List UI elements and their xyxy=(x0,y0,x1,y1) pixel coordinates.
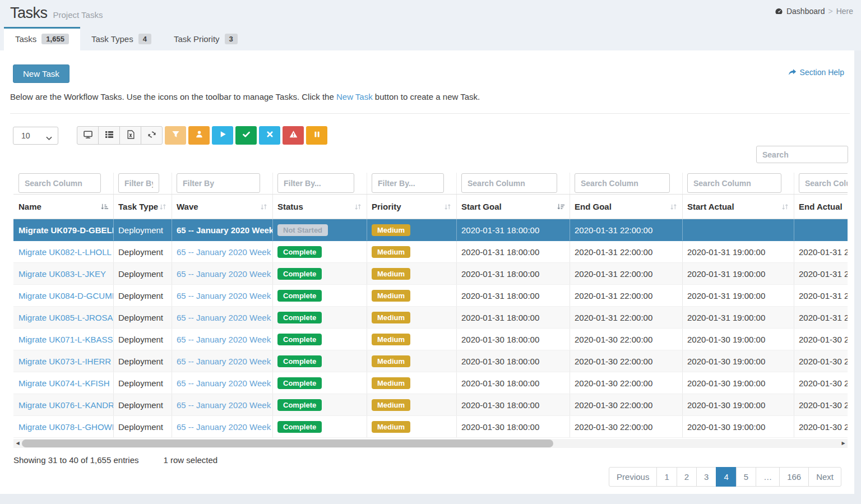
filter-input-task-type[interactable] xyxy=(118,173,159,193)
title-block: TasksProject Tasks xyxy=(0,0,861,22)
column-label: Start Actual xyxy=(687,202,734,211)
column-header-task-type[interactable]: Task Type xyxy=(114,195,172,219)
filter-input-start-actual[interactable] xyxy=(687,173,781,193)
table-row[interactable]: Migrate UK083-L-JKEYDeployment65 -- Janu… xyxy=(13,263,848,285)
cell-end-goal: 2020-01-31 22:00:00 xyxy=(570,219,683,241)
pagination-page-5[interactable]: 5 xyxy=(736,467,756,487)
task-name-link[interactable]: Migrate UK082-L-LHOLL xyxy=(18,247,112,257)
filter-input-status[interactable] xyxy=(277,173,354,193)
pause-action-button[interactable] xyxy=(306,126,327,145)
filter-input-end-actual[interactable] xyxy=(799,173,848,193)
scroll-left-arrow-icon[interactable]: ◀ xyxy=(13,439,22,448)
column-header-priority[interactable]: Priority xyxy=(367,195,457,219)
filter-input-name[interactable] xyxy=(18,173,101,193)
pagination-page-2[interactable]: 2 xyxy=(677,467,697,487)
pagination-next[interactable]: Next xyxy=(808,467,841,487)
cancel-action-button[interactable] xyxy=(259,126,280,145)
column-header-start-goal[interactable]: Start Goal xyxy=(457,195,570,219)
tab-task-types[interactable]: Task Types 4 xyxy=(80,27,163,50)
filter-input-wave[interactable] xyxy=(177,173,260,193)
new-task-inline-link[interactable]: New Task xyxy=(336,92,373,101)
page-size-select[interactable]: 10 xyxy=(13,127,58,145)
wave-link[interactable]: 65 -- January 2020 Week 5 xyxy=(177,378,273,388)
pagination-page-3[interactable]: 3 xyxy=(696,467,716,487)
task-name-link[interactable]: Migrate UK074-L-KFISH xyxy=(18,378,110,388)
wave-link[interactable]: 65 -- January 2020 Week 5 xyxy=(177,247,273,257)
cell-wave: 65 -- January 2020 Week 5 xyxy=(172,329,273,350)
pagination-page-4[interactable]: 4 xyxy=(716,467,736,487)
section-help-link[interactable]: Section Help xyxy=(788,68,844,77)
check-action-button[interactable] xyxy=(235,126,257,145)
cell-start-goal: 2020-01-31 18:00:00 xyxy=(457,219,570,241)
column-header-start-actual[interactable]: Start Actual xyxy=(683,195,794,219)
task-name-link[interactable]: Migrate UK079-D-GBELL xyxy=(18,225,114,235)
task-name-link[interactable]: Migrate UK083-L-JKEY xyxy=(18,269,106,279)
wave-link[interactable]: 65 -- January 2020 Week 5 xyxy=(177,422,273,432)
column-header-wave[interactable]: Wave xyxy=(172,195,273,219)
task-name-link[interactable]: Migrate UK071-L-KBASS xyxy=(18,335,113,344)
table-row[interactable]: Migrate UK085-L-JROSADeployment65 -- Jan… xyxy=(13,307,848,329)
breadcrumb-dashboard[interactable]: Dashboard xyxy=(786,7,825,16)
warning-action-button[interactable] xyxy=(283,126,304,145)
cell-start-goal: 2020-01-30 18:00:00 xyxy=(457,329,570,350)
filter-input-start-goal[interactable] xyxy=(461,173,557,193)
filter-input-priority[interactable] xyxy=(372,173,444,193)
status-badge: Complete xyxy=(277,399,322,411)
search-input[interactable] xyxy=(756,146,848,163)
new-task-button[interactable]: New Task xyxy=(13,64,70,83)
excel-export-button[interactable] xyxy=(119,126,141,145)
task-name-link[interactable]: Migrate UK085-L-JROSA xyxy=(18,313,113,322)
wave-link[interactable]: 65 -- January 2020 Week 5 xyxy=(177,400,273,410)
table-row[interactable]: Migrate UK082-L-LHOLLDeployment65 -- Jan… xyxy=(13,241,848,263)
scrollbar-thumb[interactable] xyxy=(22,440,553,447)
column-header-status[interactable]: Status xyxy=(273,195,367,219)
cell-start-goal: 2020-01-31 18:00:00 xyxy=(457,285,570,306)
table-row[interactable]: Migrate UK074-L-KFISHDeployment65 -- Jan… xyxy=(13,372,848,394)
monitor-button[interactable] xyxy=(77,126,99,145)
refresh-button[interactable] xyxy=(141,126,163,145)
pagination-previous[interactable]: Previous xyxy=(609,467,657,487)
task-name-link[interactable]: Migrate UK084-D-GCUMM xyxy=(18,291,114,300)
cell-end-goal: 2020-01-30 22:00:00 xyxy=(570,394,683,415)
column-label: Status xyxy=(277,202,303,211)
column-header-end-actual[interactable]: End Actual xyxy=(794,195,848,219)
wave-link[interactable]: 65 -- January 2020 Week 5 xyxy=(177,269,273,279)
column-header-end-goal[interactable]: End Goal xyxy=(570,195,683,219)
column-label: Priority xyxy=(372,202,401,211)
cell-end-goal: 2020-01-30 22:00:00 xyxy=(570,372,683,394)
wave-link[interactable]: 65 -- January 2020 Week 5 xyxy=(177,313,273,322)
task-name-link[interactable]: Migrate UK078-L-GHOWE xyxy=(18,422,114,432)
table-row[interactable]: Migrate UK073-L-IHERRDeployment65 -- Jan… xyxy=(13,350,848,372)
task-name-link[interactable]: Migrate UK073-L-IHERR xyxy=(18,357,111,366)
filter-action-button[interactable] xyxy=(165,126,186,145)
column-header-name[interactable]: Name xyxy=(13,195,114,219)
table-row[interactable]: Migrate UK078-L-GHOWEDeployment65 -- Jan… xyxy=(13,416,848,438)
column-label: Task Type xyxy=(118,202,158,211)
cell-start-actual: 2020-01-30 19:00:00 xyxy=(683,372,794,394)
cell-status: Complete xyxy=(273,329,367,350)
cell-end-goal: 2020-01-30 22:00:00 xyxy=(570,416,683,437)
wave-link[interactable]: 65 -- January 2020 Week 5 xyxy=(177,357,273,366)
table-row[interactable]: Migrate UK079-D-GBELLDeployment65 -- Jan… xyxy=(13,219,848,241)
scroll-right-arrow-icon[interactable]: ▶ xyxy=(839,439,848,448)
table-row[interactable]: Migrate UK084-D-GCUMMDeployment65 -- Jan… xyxy=(13,285,848,307)
wave-link[interactable]: 65 -- January 2020 Week 5 xyxy=(177,291,273,300)
pagination-page-1[interactable]: 1 xyxy=(656,467,677,487)
list-icon xyxy=(105,130,114,141)
wave-link[interactable]: 65 -- January 2020 Week 5 xyxy=(177,225,273,235)
section-description: Below are the Workflow Tasks. Use the ic… xyxy=(10,92,844,101)
list-button[interactable] xyxy=(98,126,120,145)
play-action-button[interactable] xyxy=(212,126,233,145)
priority-badge: Medium xyxy=(372,224,410,236)
table-row[interactable]: Migrate UK071-L-KBASSDeployment65 -- Jan… xyxy=(13,329,848,350)
table-row[interactable]: Migrate UK076-L-KANDRDeployment65 -- Jan… xyxy=(13,394,848,416)
filter-input-end-goal[interactable] xyxy=(575,173,670,193)
user-action-button[interactable] xyxy=(188,126,210,145)
horizontal-scrollbar[interactable]: ◀ ▶ xyxy=(13,439,848,448)
task-name-link[interactable]: Migrate UK076-L-KANDR xyxy=(18,400,114,410)
tab-task-priority[interactable]: Task Priority 3 xyxy=(163,27,249,50)
tab-tasks[interactable]: Tasks 1,655 xyxy=(4,27,80,50)
breadcrumb-current: Here xyxy=(836,7,853,16)
pagination-page-166[interactable]: 166 xyxy=(779,467,809,487)
wave-link[interactable]: 65 -- January 2020 Week 5 xyxy=(177,335,273,344)
